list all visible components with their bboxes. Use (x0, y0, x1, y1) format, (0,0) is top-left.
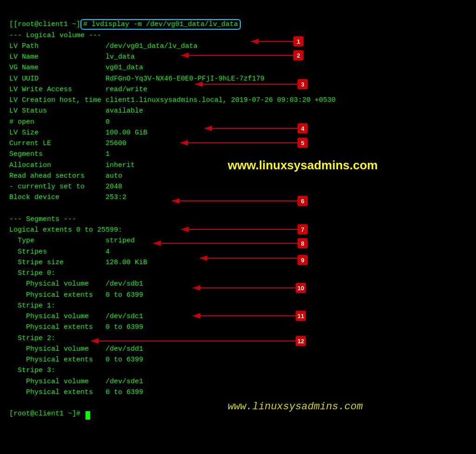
cursor (86, 411, 90, 420)
annotation-5: 5 (298, 138, 308, 148)
annotation-9: 9 (298, 255, 308, 265)
stripe1-pe-line: Physical extents 0 to 6399 (9, 323, 143, 331)
stripe3-pe-line: Physical extents 0 to 6399 (9, 388, 143, 396)
stripes-line: Stripes 4 (9, 248, 110, 256)
annotation-6: 6 (298, 196, 308, 206)
stripe3-header: Stripe 3: (9, 367, 55, 374)
blank-line1 (9, 205, 13, 213)
stripe0-header: Stripe 0: (9, 269, 55, 277)
blank-line2 (9, 399, 13, 407)
stripe1-pv-line: Physical volume /dev/sdc1 (9, 313, 143, 320)
vg-name-line: VG Name vg01_data (9, 64, 143, 72)
read-ahead-line: Read ahead sectors auto (9, 172, 122, 180)
lv-size-line: LV Size 100.00 GiB (9, 129, 147, 137)
allocation-line: Allocation inherit (9, 161, 135, 169)
lv-status-line: LV Status available (9, 107, 143, 115)
stripe2-pe-line: Physical extents 0 to 6399 (9, 356, 143, 364)
prompt-prefix: [[root@client1 ~] (9, 20, 80, 28)
annotation-7: 7 (298, 224, 308, 234)
current-le-line: Current LE 25600 (9, 140, 126, 147)
annotation-2: 2 (293, 50, 304, 60)
final-prompt: [root@client1 ~]# (9, 410, 90, 418)
type-line: Type striped (9, 237, 135, 245)
command-highlight: # lvdisplay -m /dev/vg01_data/lv_data (80, 19, 241, 30)
annotation-8: 8 (298, 238, 308, 248)
stripe2-header: Stripe 2: (9, 334, 55, 342)
currently-set-line: - currently set to 2048 (9, 183, 122, 191)
stripe-size-line: Stripe size 128.00 KiB (9, 259, 147, 267)
logical-extents-line: Logical extents 0 to 25599: (9, 226, 122, 234)
open-line: # open 0 (9, 118, 110, 126)
stripe1-header: Stripe 1: (9, 302, 55, 310)
seg-section-header: --- Segments --- (9, 215, 76, 223)
lv-section-header: --- Logical volume --- (9, 32, 101, 40)
lv-uuid-line: LV UUID RdFGnO-Yq3V-NX46-E0E0-PFjI-9hLE-… (9, 75, 264, 83)
lv-write-line: LV Write Access read/write (9, 86, 147, 93)
annotation-3: 3 (298, 79, 308, 89)
annotation-12: 12 (296, 336, 306, 346)
annotation-4: 4 (298, 123, 308, 134)
stripe3-pv-line: Physical volume /dev/sde1 (9, 378, 143, 386)
block-device-line: Block device 253:2 (9, 194, 126, 201)
lv-name-line: LV Name lv_data (9, 53, 135, 61)
terminal-output: [[root@client1 ~]# lvdisplay -m /dev/vg0… (9, 8, 467, 420)
annotation-11: 11 (296, 311, 306, 321)
stripe0-pe-line: Physical extents 0 to 6399 (9, 291, 143, 299)
segments-line: Segments 1 (9, 150, 110, 158)
lv-path-line: LV Path /dev/vg01_data/lv_data (9, 42, 198, 50)
annotation-1: 1 (293, 36, 304, 47)
lv-creation-line: LV Creation host, time client1.linuxsysa… (9, 96, 336, 104)
stripe0-pv-line: Physical volume /dev/sdb1 (9, 280, 143, 288)
annotation-10: 10 (296, 283, 306, 293)
stripe2-pv-line: Physical volume /dev/sdd1 (9, 345, 143, 353)
